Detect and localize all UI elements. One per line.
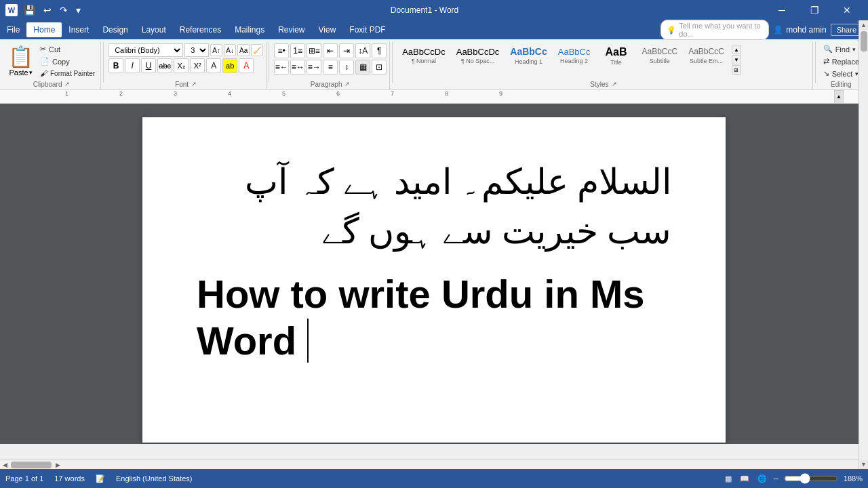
scroll-left-button[interactable]: ◀ <box>0 460 9 470</box>
document-page[interactable]: السلام علیکم۔ امید ہے کہ آپ سب خیریت سے … <box>142 117 726 443</box>
paste-dropdown-icon[interactable]: ▾ <box>29 69 33 76</box>
minimize-button[interactable]: ─ <box>766 0 797 20</box>
increase-indent-button[interactable]: ⇥ <box>339 43 354 58</box>
horizontal-scrollbar[interactable]: ◀ ▶ <box>0 460 859 469</box>
strikethrough-button[interactable]: abc <box>157 58 172 73</box>
align-center-button[interactable]: ≡↔ <box>290 60 305 75</box>
bold-button[interactable]: B <box>108 58 123 73</box>
english-text-block: How to write Urdu in Ms Word <box>197 270 671 365</box>
text-highlight-button[interactable]: ab <box>222 58 237 73</box>
zoom-slider[interactable] <box>784 473 838 484</box>
scroll-right-button[interactable]: ▶ <box>53 460 62 470</box>
replace-button[interactable]: ⇄ Replace <box>821 56 862 67</box>
increase-font-button[interactable]: A↑ <box>210 44 222 56</box>
qat-customize[interactable]: ▾ <box>74 3 83 17</box>
proofing-icon[interactable]: 📝 <box>96 474 105 483</box>
menu-review[interactable]: Review <box>271 22 311 37</box>
vertical-scroll-thumb[interactable] <box>861 31 867 52</box>
word-app-icon: W <box>5 4 18 16</box>
sort-button[interactable]: ↕A <box>355 43 370 58</box>
text-effects-button[interactable]: A <box>206 58 221 73</box>
style-heading2[interactable]: AaBbCc Heading 2 <box>553 45 595 67</box>
styles-expand-icon[interactable]: ↗ <box>612 81 617 87</box>
ruler-collapse-button[interactable]: ▲ <box>834 90 844 104</box>
english-text-content: How to write Urdu in Ms Word <box>197 272 645 363</box>
multilevel-list-button[interactable]: ⊞≡ <box>307 43 321 58</box>
styles-expand[interactable]: ⊞ <box>732 65 741 75</box>
menu-mailings[interactable]: Mailings <box>228 22 271 37</box>
italic-button[interactable]: I <box>125 58 140 73</box>
style-no-spacing[interactable]: AaBbCcDc ¶ No Spac... <box>452 45 505 67</box>
decrease-indent-button[interactable]: ⇤ <box>323 43 338 58</box>
menu-insert[interactable]: Insert <box>62 22 96 37</box>
menu-view[interactable]: View <box>312 22 343 37</box>
clear-format-button[interactable]: 🧹 <box>251 44 263 56</box>
find-dropdown-icon[interactable]: ▾ <box>852 46 856 53</box>
justify-button[interactable]: ≡ <box>323 60 338 75</box>
find-button[interactable]: 🔍 Find ▾ <box>821 43 862 55</box>
qat-undo[interactable]: ↩ <box>41 3 54 17</box>
numbered-list-button[interactable]: 1≡ <box>290 43 305 58</box>
show-marks-button[interactable]: ¶ <box>372 43 387 58</box>
font-color-button[interactable]: A <box>239 58 254 73</box>
title-bar-left: W 💾 ↩ ↷ ▾ <box>5 3 83 17</box>
select-button[interactable]: ↘ Select ▾ <box>821 68 862 79</box>
styles-gallery: AaBbCcDc ¶ Normal AaBbCcDc ¶ No Spac... … <box>397 43 729 68</box>
share-button[interactable]: Share <box>831 24 863 36</box>
paintbrush-icon: 🖌 <box>40 69 47 77</box>
word-count: 17 words <box>54 474 85 483</box>
menu-layout[interactable]: Layout <box>135 22 173 37</box>
zoom-level[interactable]: 188% <box>844 474 863 483</box>
language[interactable]: English (United States) <box>116 474 193 483</box>
menu-home[interactable]: Home <box>26 22 62 37</box>
editing-label: Editing <box>831 81 852 88</box>
style-normal[interactable]: AaBbCcDc ¶ Normal <box>397 45 450 67</box>
bullet-list-button[interactable]: ≡• <box>274 43 289 58</box>
subscript-button[interactable]: X₂ <box>174 58 189 73</box>
font-size-select[interactable]: 36 <box>184 43 209 57</box>
shading-button[interactable]: ▦ <box>355 60 370 75</box>
format-painter-button[interactable]: 🖌 Format Painter <box>37 68 98 79</box>
font-group: Calibri (Body) 36 A↑ A↓ Aa 🧹 B I U <box>106 42 267 89</box>
align-right-button[interactable]: ≡→ <box>307 60 321 75</box>
font-expand-icon[interactable]: ↗ <box>191 81 197 87</box>
window-controls: ─ ❐ ✕ <box>766 0 863 20</box>
font-label: Font <box>175 81 189 88</box>
style-title[interactable]: AaB Title <box>596 43 635 68</box>
menu-design[interactable]: Design <box>96 22 134 37</box>
clipboard-expand-icon[interactable]: ↗ <box>64 81 70 87</box>
web-layout-button[interactable]: 🌐 <box>756 473 768 485</box>
superscript-button[interactable]: X² <box>190 58 205 73</box>
restore-button[interactable]: ❐ <box>799 0 830 20</box>
line-spacing-button[interactable]: ↕ <box>339 60 354 75</box>
horizontal-scroll-thumb[interactable] <box>11 462 52 468</box>
copy-button[interactable]: 📄 Copy <box>37 56 98 67</box>
cut-button[interactable]: ✂ Cut <box>37 43 98 55</box>
paste-button[interactable]: 📋 Paste ▾ <box>5 43 36 78</box>
font-name-select[interactable]: Calibri (Body) <box>108 43 183 57</box>
style-subtle-em[interactable]: AaBbCcC Subtle Em... <box>684 45 729 66</box>
scroll-up-button[interactable]: ▲ <box>859 20 869 30</box>
scissors-icon: ✂ <box>40 45 46 54</box>
print-layout-button[interactable]: ▦ <box>724 473 733 485</box>
vertical-scrollbar[interactable]: ▲ ▼ <box>859 20 868 469</box>
tell-me-bar[interactable]: 💡 Tell me what you want to do... <box>660 20 769 40</box>
change-case-button[interactable]: Aa <box>237 44 250 56</box>
underline-button[interactable]: U <box>141 58 156 73</box>
read-mode-button[interactable]: 📖 <box>738 473 751 485</box>
qat-save[interactable]: 💾 <box>22 3 37 17</box>
borders-button[interactable]: ⊡ <box>372 60 387 75</box>
paragraph-expand-icon[interactable]: ↗ <box>344 81 350 87</box>
styles-scroll-up[interactable]: ▲ <box>732 45 741 54</box>
close-button[interactable]: ✕ <box>831 0 863 20</box>
menu-references[interactable]: References <box>173 22 228 37</box>
style-subtitle[interactable]: AaBbCcC Subtitle <box>637 45 682 66</box>
scroll-down-button[interactable]: ▼ <box>859 460 869 469</box>
styles-scroll-down[interactable]: ▼ <box>732 55 741 64</box>
menu-file[interactable]: File <box>0 22 26 37</box>
qat-redo[interactable]: ↷ <box>58 3 70 17</box>
style-heading1[interactable]: AaBbCc Heading 1 <box>505 44 551 67</box>
decrease-font-button[interactable]: A↓ <box>224 44 236 56</box>
align-left-button[interactable]: ≡← <box>274 60 289 75</box>
menu-foxit[interactable]: Foxit PDF <box>342 22 392 37</box>
